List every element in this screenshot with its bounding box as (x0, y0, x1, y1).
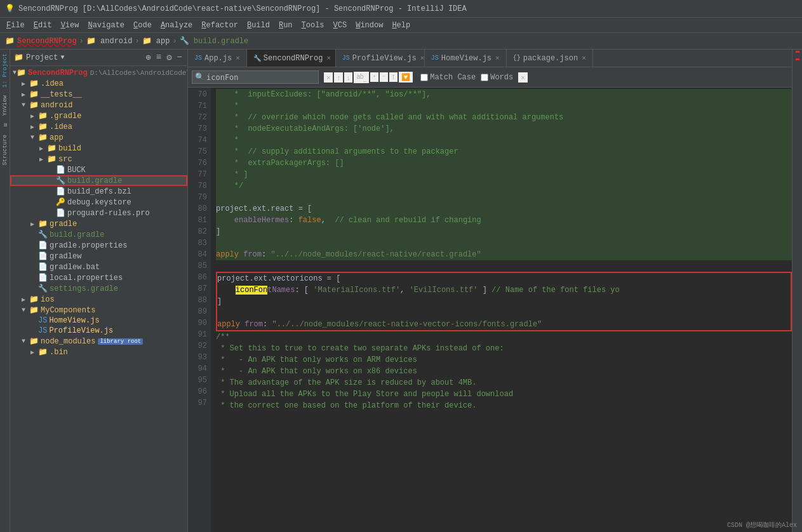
search-filter3-button[interactable]: ⊺ (389, 72, 398, 82)
tree-arrow-tests[interactable]: ▶ (22, 91, 29, 98)
words-label[interactable]: Words (481, 73, 513, 82)
file-icon-debug-keystore: 🔑 (56, 197, 65, 207)
breadcrumb-project[interactable]: SencondRNProg (17, 37, 77, 46)
tree-item-build-defs[interactable]: ▶ 📄 build_defs.bzl (10, 186, 187, 197)
menu-file[interactable]: File (3, 20, 29, 31)
tree-item-proguard-rules[interactable]: ▶ 📄 proguard-rules.pro (10, 208, 187, 218)
tree-item-settings-gradle[interactable]: ▶ 🔧 settings.gradle (10, 283, 187, 294)
tree-item-homeview[interactable]: ▶ JS HomeView.js (10, 316, 187, 326)
menu-run[interactable]: Run (275, 20, 297, 31)
tree-item-profileview[interactable]: ▶ JS ProfileView.js (10, 326, 187, 336)
tree-arrow-src[interactable]: ▶ (39, 156, 47, 163)
menu-view[interactable]: View (57, 20, 83, 31)
tree-item-idea[interactable]: ▶ 📁 .idea (10, 78, 187, 89)
search-clear-button[interactable]: × (324, 72, 333, 83)
tree-item-gradlew-bat[interactable]: ▶ 📄 gradlew.bat (10, 262, 187, 272)
tree-item-src[interactable]: ▶ 📁 src (10, 154, 187, 164)
settings-button[interactable]: ⚙ (165, 52, 173, 63)
collapse-all-button[interactable]: ≡ (155, 52, 163, 63)
search-close-button[interactable]: × (518, 72, 527, 83)
menu-analyze[interactable]: Analyze (157, 20, 196, 31)
tree-arrow-app[interactable]: ▼ (30, 134, 38, 141)
match-case-label[interactable]: Match Case (420, 73, 476, 82)
tree-item-mycomponents[interactable]: ▼ 📁 MyComponents (10, 305, 187, 316)
search-filter2-button[interactable]: ⁻ (380, 72, 388, 82)
search-icon: 🔍 (195, 72, 204, 82)
tree-item-gradle-android[interactable]: ▶ 📁 .gradle (10, 110, 187, 121)
minimize-button[interactable]: − (176, 52, 184, 63)
sync-button[interactable]: ⊕ (144, 52, 152, 63)
tab-close-appjs[interactable]: × (236, 55, 240, 62)
menu-help[interactable]: Help (388, 20, 414, 31)
menu-refactor[interactable]: Refactor (197, 20, 242, 31)
tree-item-debug-keystore[interactable]: ▶ 🔑 debug.keystore (10, 197, 187, 208)
tab-profileview[interactable]: JS ProfileView.js × (336, 50, 425, 67)
tab-close-homeview[interactable]: × (495, 55, 500, 62)
tree-item-tests[interactable]: ▶ 📁 __tests__ (10, 89, 187, 100)
tree-item-idea-android[interactable]: ▶ 📁 .idea (10, 121, 187, 132)
code-content[interactable]: * inputExcludes: ["android/**", "ios/**"… (211, 88, 792, 532)
tab-close-profileview[interactable]: × (420, 55, 425, 62)
menu-build[interactable]: Build (243, 20, 274, 31)
tree-item-build-gradle-android[interactable]: ▶ 🔧 build.gradle (10, 229, 187, 240)
tree-arrow-idea[interactable]: ▶ (22, 80, 29, 88)
tree-arrow-mycomponents[interactable]: ▼ (22, 307, 29, 314)
breadcrumb-file[interactable]: 🔧 build.gradle (180, 36, 249, 46)
file-icon-build-defs: 📄 (56, 187, 65, 196)
tree-item-root[interactable]: ▼ 📁 SencondRNProg D:\AllCodes\AndroidCod… (10, 67, 187, 78)
code-editor[interactable]: 70 71 72 73 74 75 76 77 78 79 80 81 82 8… (188, 88, 792, 532)
left-tab-m[interactable]: m (1, 119, 10, 130)
tree-arrow-android[interactable]: ▼ (22, 102, 29, 109)
tree-item-gradle-properties[interactable]: ▶ 📄 gradle.properties (10, 240, 187, 251)
tree-item-gradlew[interactable]: ▶ 📄 gradlew (10, 251, 187, 262)
menu-vcs[interactable]: VCS (330, 20, 351, 31)
tab-packagejson[interactable]: {} package.json × (507, 50, 593, 67)
tree-arrow-idea-android[interactable]: ▶ (30, 123, 38, 131)
code-line-80: project.ext.react = [ (216, 203, 792, 215)
tab-sencondrnprog[interactable]: 🔧 SencondRNProg × (247, 50, 336, 67)
tree-item-bin[interactable]: ▶ 📁 .bin (10, 347, 187, 357)
tree-arrow-bin[interactable]: ▶ (30, 349, 38, 356)
tab-icon-appjs: JS (194, 55, 202, 62)
tree-item-gradle-folder[interactable]: ▶ 📁 gradle (10, 218, 187, 229)
breadcrumb-app[interactable]: 📁 app (142, 36, 170, 46)
tree-item-node-modules[interactable]: ▼ 📁 node_modules library root (10, 336, 187, 347)
tree-arrow-build[interactable]: ▶ (39, 145, 47, 152)
tree-arrow-ios[interactable]: ▶ (22, 296, 29, 303)
tree-item-build-gradle[interactable]: ▶ 🔧 build.gradle (10, 175, 187, 186)
menu-navigate[interactable]: Navigate (84, 20, 128, 31)
search-filter4-button[interactable]: 🔽 (399, 72, 413, 83)
search-prev-button[interactable]: ↑ (334, 72, 343, 83)
menu-window[interactable]: Window (352, 20, 387, 31)
menu-tools[interactable]: Tools (298, 20, 328, 31)
tree-item-ios[interactable]: ▶ 📁 ios (10, 294, 187, 305)
left-tab-ynview[interactable]: YnView (1, 91, 10, 119)
tree-item-build[interactable]: ▶ 📁 build (10, 143, 187, 154)
tab-homeview[interactable]: JS HomeView.js × (425, 50, 507, 67)
tab-icon-profileview: JS (342, 55, 350, 62)
chevron-down-icon[interactable]: ▼ (60, 54, 64, 61)
tree-arrow-node-modules[interactable]: ▼ (22, 338, 29, 345)
tab-close-sencondrnprog[interactable]: × (326, 55, 331, 62)
menu-edit[interactable]: Edit (30, 20, 56, 31)
menu-code[interactable]: Code (130, 20, 156, 31)
tree-item-buck[interactable]: ▶ 📄 BUCK (10, 164, 187, 175)
tree-item-app[interactable]: ▼ 📁 app (10, 132, 187, 143)
breadcrumb-android[interactable]: 📁 android (86, 36, 133, 46)
tab-close-packagejson[interactable]: × (582, 55, 586, 62)
tree-arrow-gradle-folder[interactable]: ▶ (30, 220, 38, 228)
search-word-button[interactable]: ab_ (354, 72, 369, 83)
left-tab-project[interactable]: 1: Project (1, 50, 10, 91)
tree-item-android[interactable]: ▼ 📁 android (10, 100, 187, 110)
tree-item-local-properties[interactable]: ▶ 📄 local.properties (10, 272, 187, 283)
search-filter1-button[interactable]: ⁺ (370, 72, 378, 82)
search-input[interactable] (206, 73, 302, 82)
match-case-checkbox[interactable] (420, 74, 428, 81)
left-tab-structure[interactable]: Structure (1, 131, 10, 170)
search-next-button[interactable]: ↓ (344, 72, 353, 83)
tab-appjs[interactable]: JS App.js × (188, 50, 247, 67)
code-line-88: ] (217, 296, 791, 307)
words-checkbox[interactable] (481, 74, 488, 81)
tree-arrow-gradle-android[interactable]: ▶ (30, 112, 38, 120)
title-bar: 💡 SencondRNProg [D:\AllCodes\AndroidCode… (0, 0, 802, 18)
